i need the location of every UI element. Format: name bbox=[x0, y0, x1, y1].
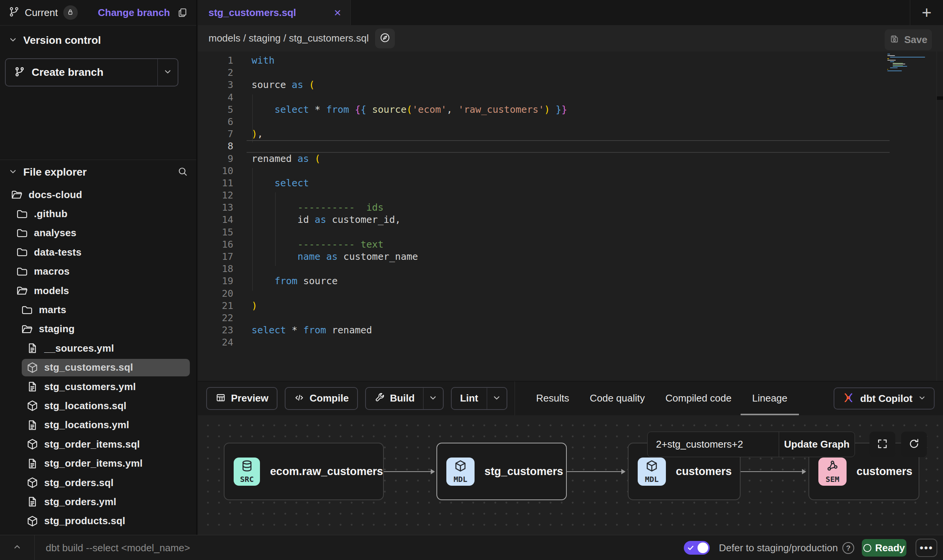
code-line-14[interactable]: 14 id as customer_id, bbox=[198, 214, 943, 226]
file-tree-item-data-tests[interactable]: data-tests bbox=[0, 243, 196, 262]
panel-tab-code-quality[interactable]: Code quality bbox=[590, 381, 645, 416]
scrollbar[interactable] bbox=[937, 96, 943, 100]
code-line-16[interactable]: 16 ---------- text bbox=[198, 238, 943, 251]
line-number: 20 bbox=[198, 288, 233, 300]
copy-icon[interactable] bbox=[177, 7, 188, 18]
create-branch-menu-button[interactable] bbox=[157, 59, 178, 86]
tab-stg-customers-sql[interactable]: stg_customers.sql × bbox=[198, 0, 351, 25]
code-line-13[interactable]: 13 ---------- ids bbox=[198, 202, 943, 214]
code-line-24[interactable]: 24 bbox=[198, 336, 943, 349]
lint-label: Lint bbox=[460, 392, 478, 404]
file-tree-item-stg-locations-sql[interactable]: stg_locations.sql bbox=[0, 396, 196, 415]
file-tree-item-stg-orders-sql[interactable]: stg_orders.sql bbox=[0, 473, 196, 492]
lint-button[interactable]: Lint bbox=[451, 387, 507, 410]
badge-label: SRC bbox=[240, 475, 254, 484]
lineage-node-stg-customers[interactable]: MDLstg_customers bbox=[436, 443, 567, 500]
line-number: 10 bbox=[198, 165, 233, 177]
fullscreen-button[interactable] bbox=[869, 432, 895, 457]
panel-tab-results[interactable]: Results bbox=[536, 381, 569, 416]
file-explorer-title: File explorer bbox=[23, 166, 87, 178]
code-line-19[interactable]: 19 from source bbox=[198, 275, 943, 287]
compile-button[interactable]: Compile bbox=[285, 387, 358, 410]
node-label: ecom.raw_customers bbox=[270, 465, 383, 478]
command-input[interactable]: dbt build --select <model_name> bbox=[46, 535, 190, 560]
panel-tab-compiled-code[interactable]: Compiled code bbox=[666, 381, 731, 416]
code-line-15[interactable]: 15 bbox=[198, 226, 943, 238]
code-line-10[interactable]: 10 bbox=[198, 165, 943, 177]
node-badge-mdl: MDL bbox=[638, 458, 666, 486]
badge-label: SEM bbox=[826, 475, 839, 484]
code-line-9[interactable]: 9renamed as ( bbox=[198, 153, 943, 165]
file-tree-item-stg-customers-yml[interactable]: stg_customers.yml bbox=[0, 377, 196, 396]
file-tree-item-marts[interactable]: marts bbox=[0, 300, 196, 319]
graph-nodes-icon bbox=[826, 459, 839, 474]
file-name: marts bbox=[39, 304, 66, 316]
file-name: stg_customers.yml bbox=[44, 381, 136, 393]
refresh-button[interactable] bbox=[901, 432, 927, 457]
code-line-7[interactable]: 7), bbox=[198, 128, 943, 140]
file-tree-item--github[interactable]: .github bbox=[0, 204, 196, 223]
ready-status-button[interactable]: Ready bbox=[862, 539, 906, 557]
file-tree-item--sources-yml[interactable]: __sources.yml bbox=[0, 339, 196, 358]
code-line-18[interactable]: 18 bbox=[198, 263, 943, 275]
search-icon[interactable] bbox=[177, 166, 188, 178]
code-line-11[interactable]: 11 select bbox=[198, 177, 943, 189]
lineage-selector-input[interactable]: 2+stg_customers+2 bbox=[648, 432, 779, 457]
code-line-2[interactable]: 2 bbox=[198, 67, 943, 79]
code-line-3[interactable]: 3source as ( bbox=[198, 79, 943, 91]
breadcrumb[interactable]: models / staging / stg_customers.sql bbox=[208, 32, 369, 44]
code-line-12[interactable]: 12 bbox=[198, 189, 943, 202]
file-tree-item-models[interactable]: models bbox=[0, 281, 196, 300]
file-tree-item-macros[interactable]: macros bbox=[0, 262, 196, 281]
file-tree-item-stg-orders-yml[interactable]: stg_orders.yml bbox=[0, 492, 196, 511]
lineage-node-ecom-raw-customers[interactable]: SRCecom.raw_customers bbox=[224, 443, 384, 500]
view-docs-button[interactable] bbox=[375, 29, 395, 48]
file-tree-item-stg-order-items-yml[interactable]: stg_order_items.yml bbox=[0, 454, 196, 473]
editor-tabbar: stg_customers.sql × + bbox=[198, 0, 943, 25]
code-line-1[interactable]: 1with bbox=[198, 54, 943, 67]
code-line-4[interactable]: 4 bbox=[198, 91, 943, 104]
new-tab-button[interactable]: + bbox=[910, 0, 943, 25]
defer-toggle[interactable] bbox=[684, 541, 710, 555]
code-line-20[interactable]: 20 bbox=[198, 288, 943, 300]
chevron-down-icon bbox=[8, 35, 18, 46]
lineage-panel[interactable]: SRCecom.raw_customersMDLstg_customersMDL… bbox=[198, 415, 943, 535]
build-button[interactable]: Build bbox=[365, 387, 444, 410]
file-tree-item-stg-products-sql[interactable]: stg_products.sql bbox=[0, 512, 196, 531]
lint-menu-button[interactable] bbox=[487, 388, 507, 409]
expand-command-bar-button[interactable] bbox=[8, 535, 26, 560]
code-line-6[interactable]: 6 bbox=[198, 116, 943, 128]
code-line-22[interactable]: 22 bbox=[198, 312, 943, 324]
more-options-button[interactable]: ••• bbox=[916, 539, 937, 557]
file-tree-item-staging[interactable]: staging bbox=[0, 320, 196, 339]
code-line-21[interactable]: 21) bbox=[198, 300, 943, 312]
create-branch-button[interactable]: Create branch bbox=[5, 58, 178, 86]
save-button[interactable]: Save bbox=[885, 29, 932, 50]
code-line-5[interactable]: 5 select * from {{ source('ecom', 'raw_c… bbox=[198, 104, 943, 116]
file-tree-item-stg-locations-yml[interactable]: stg_locations.yml bbox=[0, 416, 196, 435]
code-line-8[interactable]: 8 bbox=[198, 140, 943, 152]
minimap[interactable] bbox=[887, 54, 933, 72]
file-explorer-section-header[interactable]: File explorer bbox=[0, 164, 196, 181]
line-number: 12 bbox=[198, 189, 233, 202]
update-graph-button[interactable]: Update Graph bbox=[779, 432, 855, 457]
file-tree-item-analyses[interactable]: analyses bbox=[0, 224, 196, 243]
change-branch-link[interactable]: Change branch bbox=[98, 7, 170, 19]
preview-button[interactable]: Preview bbox=[206, 387, 277, 410]
code-line-17[interactable]: 17 name as customer_name bbox=[198, 251, 943, 263]
close-icon[interactable]: × bbox=[334, 6, 341, 19]
dbt-copilot-button[interactable]: dbt Copilot bbox=[834, 387, 935, 410]
file-tree-item-stg-order-items-sql[interactable]: stg_order_items.sql bbox=[0, 435, 196, 454]
version-control-section-header[interactable]: Version control bbox=[0, 32, 196, 49]
help-icon[interactable]: ? bbox=[842, 542, 854, 554]
line-number: 13 bbox=[198, 202, 233, 214]
file-tree-item-stg-customers-sql[interactable]: stg_customers.sql bbox=[0, 358, 196, 377]
file-tree: docs-cloud.githubanalysesdata-testsmacro… bbox=[0, 185, 196, 535]
code-editor[interactable]: 1with23source as (45 select * from {{ so… bbox=[198, 51, 943, 381]
build-menu-button[interactable] bbox=[423, 388, 443, 409]
file-tree-item-docs-cloud[interactable]: docs-cloud bbox=[0, 185, 196, 204]
file-name: stg_locations.sql bbox=[44, 400, 127, 412]
panel-tab-lineage[interactable]: Lineage bbox=[752, 381, 787, 416]
code-line-23[interactable]: 23select * from renamed bbox=[198, 324, 943, 336]
refresh-icon bbox=[908, 438, 920, 451]
